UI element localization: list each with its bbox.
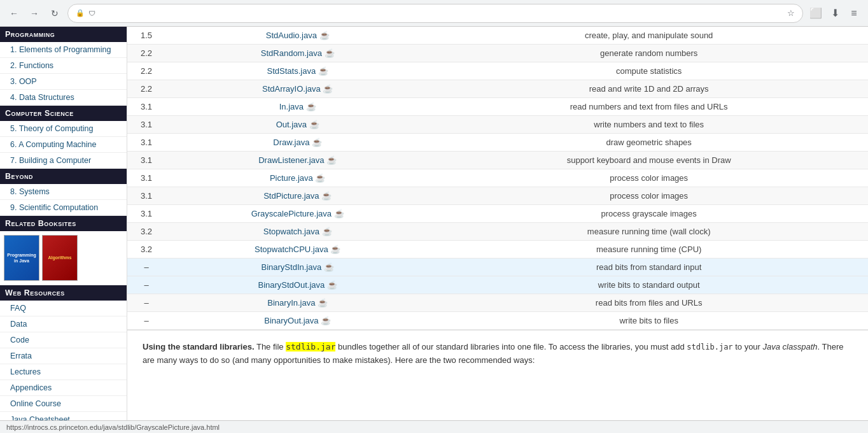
browser-chrome: ← → ↻ 🔒 🛡 https://introcs.cs.princeton.e… (0, 0, 868, 27)
sidebar-item-data-structures[interactable]: 4. Data Structures (0, 90, 127, 106)
file-cell[interactable]: StdPicture.java ☕ (165, 187, 430, 205)
version-cell: – (127, 276, 165, 294)
text-after-highlight: bundles together all of our standard lib… (335, 342, 687, 351)
version-cell: 2.2 (127, 62, 165, 80)
desc-cell: process color images (430, 169, 868, 187)
desc-cell: process color images (430, 187, 868, 205)
sidebar-item-systems[interactable]: 8. Systems (0, 184, 127, 200)
table-row: 3.1StdPicture.java ☕process color images (127, 187, 868, 205)
version-cell: 3.1 (127, 134, 165, 152)
file-cell[interactable]: In.java ☕ (165, 98, 430, 116)
code-stdlib-jar: stdlib.jar (687, 343, 732, 351)
star-icon[interactable]: ☆ (787, 8, 795, 18)
file-cell[interactable]: StdStats.java ☕ (165, 62, 430, 80)
file-cell[interactable]: BinaryOut.java ☕ (165, 312, 430, 330)
version-cell: 3.1 (127, 169, 165, 187)
forward-button[interactable]: → (27, 6, 42, 21)
back-button[interactable]: ← (6, 6, 22, 21)
table-row: 3.2StopwatchCPU.java ☕measure running ti… (127, 241, 868, 259)
sidebar-header-related: Related Booksites (0, 216, 127, 231)
sidebar-header-programming: Programming (0, 27, 127, 42)
sidebar-item-functions[interactable]: 2. Functions (0, 58, 127, 74)
table-row: –BinaryOut.java ☕write bits to files (127, 312, 868, 330)
reload-button[interactable]: ↻ (47, 6, 62, 21)
sidebar-item-theory[interactable]: 5. Theory of Computing (0, 121, 127, 137)
back-icon: ← (10, 8, 18, 18)
desc-cell: draw geometric shapes (430, 134, 868, 152)
table-row: –BinaryStdIn.java ☕read bits from standa… (127, 259, 868, 276)
file-cell[interactable]: GrayscalePicture.java ☕ (165, 205, 430, 223)
file-cell[interactable]: StdArrayIO.java ☕ (165, 80, 430, 98)
content-area: 1.5StdAudio.java ☕create, play, and mani… (127, 27, 868, 420)
version-cell: 3.1 (127, 187, 165, 205)
desc-cell: create, play, and manipulate sound (430, 27, 868, 45)
desc-cell: support keyboard and mouse events in Dra… (430, 152, 868, 169)
bottom-section: Using the standard libraries. The file s… (127, 330, 868, 375)
table-row: 1.5StdAudio.java ☕create, play, and mani… (127, 27, 868, 45)
sidebar-item-computing-machine[interactable]: 6. A Computing Machine (0, 137, 127, 153)
sidebar-item-oop[interactable]: 3. OOP (0, 74, 127, 90)
table-row: 3.2Stopwatch.java ☕measure running time … (127, 223, 868, 241)
table-row: 2.2StdArrayIO.java ☕read and write 1D an… (127, 80, 868, 98)
desc-cell: process grayscale images (430, 205, 868, 223)
version-cell: – (127, 259, 165, 276)
sidebar-item-building[interactable]: 7. Building a Computer (0, 153, 127, 169)
table-row: 2.2StdStats.java ☕compute statistics (127, 62, 868, 80)
file-cell[interactable]: BinaryStdOut.java ☕ (165, 276, 430, 294)
sidebar-item-scientific[interactable]: 9. Scientific Computation (0, 200, 127, 216)
book-cover-algorithms[interactable]: Algorithms (42, 235, 78, 281)
desc-cell: write numbers and text to files (430, 116, 868, 134)
desc-cell: compute statistics (430, 62, 868, 80)
table-row: 3.1Out.java ☕write numbers and text to f… (127, 116, 868, 134)
lock-icon: 🔒 (76, 9, 85, 17)
sidebar-item-elements[interactable]: 1. Elements of Programming (0, 42, 127, 58)
file-cell[interactable]: BinaryStdIn.java ☕ (165, 259, 430, 276)
file-cell[interactable]: Picture.java ☕ (165, 169, 430, 187)
extensions-button[interactable]: ⬜ (808, 6, 823, 21)
version-cell: 3.1 (127, 116, 165, 134)
version-cell: 1.5 (127, 27, 165, 45)
sidebar: Programming 1. Elements of Programming 2… (0, 27, 127, 420)
highlight-stdlib: stdlib.jar (286, 342, 335, 351)
desc-cell: measure running time (wall clock) (430, 223, 868, 241)
desc-cell: read bits from files and URLs (430, 294, 868, 312)
file-cell[interactable]: StdRandom.java ☕ (165, 45, 430, 62)
sidebar-item-java-cheatsheet[interactable]: Java Cheatsheet (0, 412, 127, 420)
url-input[interactable]: https://introcs.cs.princeton.edu/java/st… (99, 8, 783, 18)
desc-cell: write bits to standard output (430, 276, 868, 294)
file-cell[interactable]: DrawListener.java ☕ (165, 152, 430, 169)
sidebar-item-data[interactable]: Data (0, 316, 127, 332)
sidebar-header-cs: Computer Science (0, 106, 127, 121)
download-button[interactable]: ⬇ (827, 6, 843, 21)
table-row: 3.1GrayscalePicture.java ☕process graysc… (127, 205, 868, 223)
version-cell: 3.1 (127, 205, 165, 223)
file-cell[interactable]: BinaryIn.java ☕ (165, 294, 430, 312)
desc-cell: read bits from standard input (430, 259, 868, 276)
version-cell: 2.2 (127, 80, 165, 98)
book-covers-container: Programmingin Java Algorithms (0, 231, 127, 285)
table-row: 3.1Draw.java ☕draw geometric shapes (127, 134, 868, 152)
table-row: –BinaryIn.java ☕read bits from files and… (127, 294, 868, 312)
file-cell[interactable]: Out.java ☕ (165, 116, 430, 134)
italic-classpath: Java classpath (763, 342, 818, 351)
sidebar-header-beyond: Beyond (0, 169, 127, 184)
version-cell: 3.1 (127, 152, 165, 169)
file-cell[interactable]: StdAudio.java ☕ (165, 27, 430, 45)
version-cell: 3.2 (127, 241, 165, 259)
shield-icon: 🛡 (88, 10, 95, 17)
menu-button[interactable]: ≡ (846, 6, 862, 21)
sidebar-item-faq[interactable]: FAQ (0, 301, 127, 316)
sidebar-item-errata[interactable]: Errata (0, 348, 127, 364)
desc-cell: write bits to files (430, 312, 868, 330)
stdlib-table: 1.5StdAudio.java ☕create, play, and mani… (127, 27, 868, 330)
version-cell: 3.2 (127, 223, 165, 241)
file-cell[interactable]: Stopwatch.java ☕ (165, 223, 430, 241)
file-cell[interactable]: Draw.java ☕ (165, 134, 430, 152)
sidebar-item-lectures[interactable]: Lectures (0, 364, 127, 380)
sidebar-item-code[interactable]: Code (0, 332, 127, 348)
file-cell[interactable]: StopwatchCPU.java ☕ (165, 241, 430, 259)
sidebar-item-online-course[interactable]: Online Course (0, 396, 127, 412)
main-layout: Programming 1. Elements of Programming 2… (0, 27, 868, 420)
sidebar-item-appendices[interactable]: Appendices (0, 380, 127, 396)
book-cover-programming[interactable]: Programmingin Java (4, 235, 39, 281)
